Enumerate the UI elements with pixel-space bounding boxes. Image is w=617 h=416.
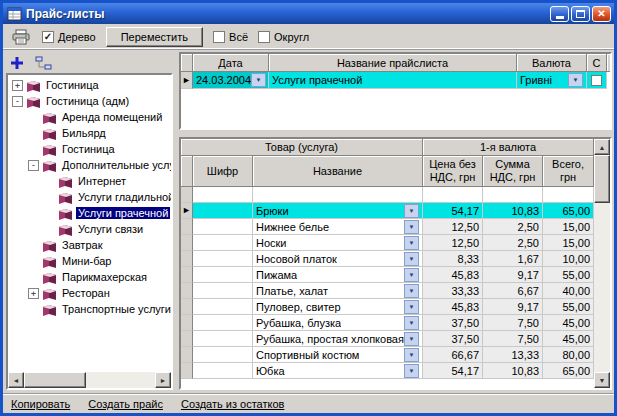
- item-price-cell[interactable]: 45,83: [423, 299, 483, 315]
- tree-item[interactable]: Услуги гладильной: [8, 189, 171, 205]
- item-row[interactable]: Носовой платок▼8,331,6710,00: [181, 251, 594, 267]
- item-code-cell[interactable]: [193, 331, 253, 347]
- item-total-cell[interactable]: 65,00: [543, 363, 594, 379]
- horizontal-scrollbar[interactable]: ◄ ►: [8, 372, 171, 388]
- item-price-cell[interactable]: 37,50: [423, 315, 483, 331]
- item-price-cell[interactable]: 45,83: [423, 267, 483, 283]
- item-name-cell[interactable]: Рубашка, блузка▼: [253, 315, 423, 331]
- item-code-cell[interactable]: [193, 283, 253, 299]
- item-vat-cell[interactable]: 7,50: [483, 331, 543, 347]
- item-vat-cell[interactable]: 2,50: [483, 219, 543, 235]
- item-name-cell[interactable]: Юбка▼: [253, 363, 423, 379]
- pricelist-row[interactable]: ► 24.03.2004 ▼ Услуги прачечной Гривні ▼: [181, 72, 610, 89]
- tree-item[interactable]: Завтрак: [8, 237, 171, 253]
- item-vat-cell[interactable]: 1,67: [483, 251, 543, 267]
- item-total-cell[interactable]: 15,00: [543, 219, 594, 235]
- item-total-cell[interactable]: 55,00: [543, 267, 594, 283]
- item-vat-cell[interactable]: 9,17: [483, 267, 543, 283]
- item-total-cell[interactable]: 65,00: [543, 203, 594, 219]
- item-dropdown-icon[interactable]: ▼: [404, 252, 419, 266]
- scroll-left-button[interactable]: ◄: [8, 372, 24, 388]
- item-price-cell[interactable]: 54,17: [423, 363, 483, 379]
- item-name-cell[interactable]: Спортивный костюм▼: [253, 347, 423, 363]
- item-dropdown-icon[interactable]: ▼: [404, 220, 419, 234]
- maximize-button[interactable]: [571, 6, 590, 22]
- tree-item[interactable]: Услуги прачечной: [8, 205, 171, 221]
- print-button[interactable]: [10, 27, 32, 47]
- tree-item[interactable]: Бильярд: [8, 125, 171, 141]
- tree-item[interactable]: Транспортные услуги: [8, 301, 171, 317]
- row-checkbox[interactable]: [591, 75, 602, 86]
- item-row[interactable]: Носки▼12,502,5015,00: [181, 235, 594, 251]
- item-dropdown-icon[interactable]: ▼: [404, 348, 419, 362]
- minimize-button[interactable]: [550, 6, 569, 22]
- item-total-cell[interactable]: 55,00: [543, 299, 594, 315]
- tree-item[interactable]: -Дополнительные услуги: [8, 157, 171, 173]
- item-row[interactable]: Рубашка, блузка▼37,507,5045,00: [181, 315, 594, 331]
- move-button[interactable]: Переместить: [106, 27, 203, 47]
- round-checkbox[interactable]: ✓ Округл: [258, 31, 309, 43]
- tree-item[interactable]: Услуги связи: [8, 221, 171, 237]
- pricelist-currency-cell[interactable]: Гривні ▼: [517, 72, 587, 89]
- item-code-cell[interactable]: [193, 251, 253, 267]
- pricelist-name-cell[interactable]: Услуги прачечной: [269, 72, 517, 89]
- tree-mode-button[interactable]: [34, 53, 52, 73]
- create-from-leftovers-link[interactable]: Создать из остатков: [181, 398, 284, 410]
- tree-item[interactable]: Мини-бар: [8, 253, 171, 269]
- item-dropdown-icon[interactable]: ▼: [404, 204, 419, 218]
- pricelist-date-cell[interactable]: 24.03.2004 ▼: [193, 72, 269, 89]
- item-dropdown-icon[interactable]: ▼: [404, 364, 419, 378]
- item-vat-cell[interactable]: 2,50: [483, 235, 543, 251]
- item-row[interactable]: Нижнее белье▼12,502,5015,00: [181, 219, 594, 235]
- item-price-cell[interactable]: 12,50: [423, 235, 483, 251]
- item-dropdown-icon[interactable]: ▼: [404, 268, 419, 282]
- item-code-cell[interactable]: [193, 363, 253, 379]
- tree-item[interactable]: +Ресторан: [8, 285, 171, 301]
- item-total-cell[interactable]: 80,00: [543, 347, 594, 363]
- item-dropdown-icon[interactable]: ▼: [404, 284, 419, 298]
- all-checkbox[interactable]: ✓ Всё: [213, 31, 248, 43]
- item-total-cell[interactable]: 45,00: [543, 315, 594, 331]
- tree-toggle[interactable]: -: [28, 160, 39, 171]
- item-name-cell[interactable]: Нижнее белье▼: [253, 219, 423, 235]
- item-dropdown-icon[interactable]: ▼: [404, 300, 419, 314]
- item-price-cell[interactable]: 54,17: [423, 203, 483, 219]
- item-price-cell[interactable]: 12,50: [423, 219, 483, 235]
- item-total-cell[interactable]: 40,00: [543, 283, 594, 299]
- vertical-scrollbar[interactable]: ▲ ▼: [594, 139, 610, 388]
- all-checkbox-box[interactable]: ✓: [213, 31, 225, 43]
- item-price-cell[interactable]: 8,33: [423, 251, 483, 267]
- item-code-cell[interactable]: [193, 219, 253, 235]
- item-name-cell[interactable]: Платье, халат▼: [253, 283, 423, 299]
- round-checkbox-box[interactable]: ✓: [258, 31, 270, 43]
- tree-checkbox[interactable]: ✓ Дерево: [42, 31, 96, 43]
- tree-toggle[interactable]: +: [12, 80, 23, 91]
- item-row[interactable]: Платье, халат▼33,336,6740,00: [181, 283, 594, 299]
- h-scroll-thumb[interactable]: [24, 372, 86, 388]
- item-price-cell[interactable]: 33,33: [423, 283, 483, 299]
- item-price-cell[interactable]: [423, 187, 483, 203]
- item-total-cell[interactable]: 10,00: [543, 251, 594, 267]
- item-vat-cell[interactable]: [483, 187, 543, 203]
- item-total-cell[interactable]: [543, 187, 594, 203]
- item-total-cell[interactable]: 15,00: [543, 235, 594, 251]
- item-dropdown-icon[interactable]: ▼: [404, 332, 419, 346]
- item-price-cell[interactable]: 66,67: [423, 347, 483, 363]
- tree-toggle[interactable]: -: [12, 96, 23, 107]
- item-price-cell[interactable]: 37,50: [423, 331, 483, 347]
- item-code-cell[interactable]: [193, 187, 253, 203]
- item-code-cell[interactable]: [193, 203, 253, 219]
- close-button[interactable]: ✕: [592, 6, 611, 22]
- tree-checkbox-box[interactable]: ✓: [42, 31, 54, 43]
- item-name-cell[interactable]: Брюки▼: [253, 203, 423, 219]
- tree-item[interactable]: Аренда помещений: [8, 109, 171, 125]
- item-row[interactable]: Спортивный костюм▼66,6713,3380,00: [181, 347, 594, 363]
- date-dropdown-icon[interactable]: ▼: [251, 73, 266, 87]
- item-code-cell[interactable]: [193, 299, 253, 315]
- item-code-cell[interactable]: [193, 347, 253, 363]
- scroll-right-button[interactable]: ►: [155, 372, 171, 388]
- add-button[interactable]: [9, 53, 25, 73]
- item-name-cell[interactable]: Пижама▼: [253, 267, 423, 283]
- item-row[interactable]: Рубашка, простая хлопковая▼37,507,5045,0…: [181, 331, 594, 347]
- tree-item[interactable]: Интернет: [8, 173, 171, 189]
